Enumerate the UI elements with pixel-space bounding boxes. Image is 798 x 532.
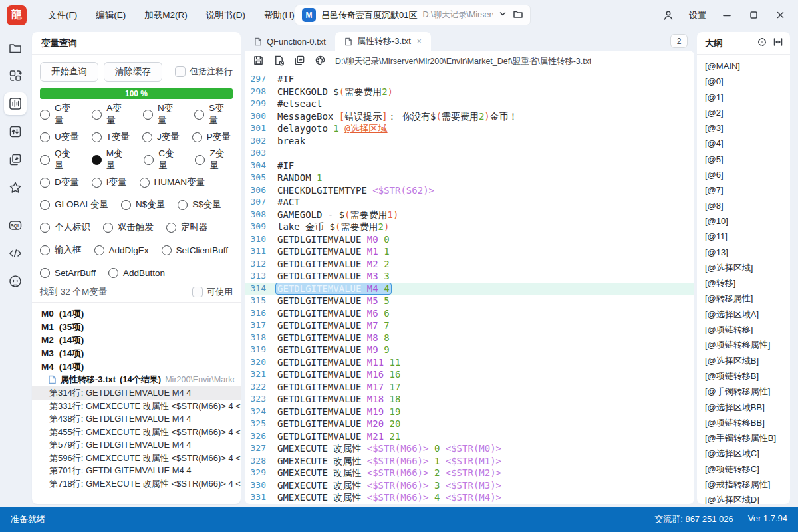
outline-item[interactable]: [@8] (697, 198, 790, 213)
code-line[interactable]: 312GETDLGITEMVALUE M2 2 (245, 258, 694, 271)
radio-option[interactable]: N$变量 (121, 199, 165, 211)
radio-option[interactable]: GLOBAL变量 (40, 199, 108, 211)
outline-item[interactable]: [@项链转移C] (697, 462, 790, 477)
code-line[interactable]: 319GETDLGITEMVALUE M9 9 (245, 344, 694, 356)
radio-option[interactable]: 输入框 (40, 244, 82, 256)
code-line[interactable]: 304#IF (245, 160, 694, 172)
search-result-item[interactable]: 第596行: GMEXECUTE 改属性 <$STR(M66)> 4 <$ (32, 452, 241, 465)
var-summary-item[interactable]: M4(14项) (32, 360, 241, 373)
open-folder-icon[interactable] (513, 9, 523, 22)
locate-crosshair-icon[interactable] (757, 37, 767, 50)
code-line[interactable]: 301delaygoto 1 @选择区域 (245, 122, 694, 135)
code-line[interactable]: 302break (245, 135, 694, 148)
code-line[interactable]: 317GETDLGITEMVALUE M7 7 (245, 319, 694, 332)
radio-option[interactable]: SetArrBuff (40, 268, 96, 278)
outline-item[interactable]: [@选择区域A] (697, 307, 790, 322)
radio-option[interactable]: HUMAN变量 (140, 176, 205, 188)
outline-item[interactable]: [@0] (697, 74, 790, 89)
outline-item[interactable]: [@10] (697, 213, 790, 229)
radio-option[interactable]: AddButton (108, 268, 165, 278)
checkbox-box[interactable] (175, 66, 186, 77)
outline-item[interactable]: [@转移属性] (697, 291, 790, 306)
radio-option[interactable]: SetClientBuff (162, 245, 229, 255)
search-result-item[interactable]: 第455行: GMEXECUTE 改属性 <$STR(M66)> 4 <$ (32, 426, 241, 439)
code-line[interactable]: 298CHECKGOLD $(需要费用2) (245, 86, 694, 98)
outline-item[interactable]: [@戒指转移属性] (697, 477, 790, 492)
code-line[interactable]: 311GETDLGITEMVALUE M1 1 (245, 245, 694, 258)
code-line[interactable]: 318GETDLGITEMVALUE M8 8 (245, 332, 694, 344)
radio-option[interactable]: 双击触发 (103, 221, 154, 233)
code-line[interactable]: 326GETDLGITEMVALUE M21 21 (245, 430, 694, 443)
replace-icon[interactable] (4, 65, 27, 87)
code-line[interactable]: 313GETDLGITEMVALUE M3 3 (245, 270, 694, 283)
outline-item[interactable]: [@手镯转移属性] (697, 384, 790, 399)
radio-option[interactable]: P变量 (192, 131, 231, 143)
radio-option[interactable]: N变量 (143, 102, 182, 126)
var-summary-item[interactable]: M0(14项) (32, 307, 241, 320)
code-line[interactable]: 300MessageBox [错误提示]： 你没有$(需要费用2)金币！ (245, 110, 694, 123)
code-line[interactable]: 328GMEXECUTE 改属性 <$STR(M66)> 1 <$STR(M1)… (245, 455, 694, 467)
code-icon[interactable] (4, 242, 27, 265)
code-line[interactable]: 322GETDLGITEMVALUE M17 17 (245, 381, 694, 394)
code-line[interactable]: 303 (245, 147, 694, 160)
outline-item[interactable]: [@13] (697, 245, 790, 260)
outline-item[interactable]: [@选择区域B] (697, 353, 790, 368)
assistant-robot-icon[interactable] (4, 270, 27, 293)
tab-close-icon[interactable]: × (417, 37, 422, 46)
radio-option[interactable]: Z变量 (195, 148, 233, 172)
code-line[interactable]: 308GAMEGOLD - $(需要费用1) (245, 209, 694, 221)
code-line[interactable]: 323GETDLGITEMVALUE M18 18 (245, 393, 694, 406)
code-line[interactable]: 329GMEXECUTE 改属性 <$STR(M66)> 2 <$STR(M2)… (245, 467, 694, 479)
outline-item[interactable]: [@6] (697, 167, 790, 182)
menu-edit[interactable]: 编辑(E) (86, 5, 135, 25)
code-line[interactable]: 315GETDLGITEMVALUE M5 5 (245, 295, 694, 307)
radio-option[interactable]: D变量 (40, 176, 79, 188)
radio-option[interactable]: T变量 (92, 131, 130, 143)
outline-item[interactable]: [@项链转移属性] (697, 337, 790, 352)
search-result-item[interactable]: 第718行: GMEXECUTE 改属性 <$STR(M66)> 4 <$ (32, 477, 241, 489)
outline-item[interactable]: [@7] (697, 182, 790, 198)
outline-item[interactable]: [@转移] (697, 275, 790, 291)
tab-qfunction[interactable]: QFunction-0.txt (245, 32, 335, 51)
code-line[interactable]: 309take 金币 $(需要费用2) (245, 221, 694, 233)
reload-file-icon[interactable] (273, 55, 285, 68)
outline-item[interactable]: [@选择区域] (697, 260, 790, 275)
maximize-button[interactable] (742, 5, 765, 25)
menu-file[interactable]: 文件(F) (39, 5, 86, 25)
variable-query-icon[interactable] (4, 92, 27, 115)
minimize-button[interactable] (716, 5, 738, 25)
code-line[interactable]: 331GMEXECUTE 改属性 <$STR(M66)> 4 <$STR(M4)… (245, 491, 694, 504)
server-selector[interactable]: M 昌邑传奇壹百度沉默01区 D:\聊天记录\Mirserv (295, 5, 531, 25)
outline-item[interactable]: [@2] (697, 105, 790, 120)
code-line[interactable]: 316GETDLGITEMVALUE M6 6 (245, 307, 694, 320)
outline-item[interactable]: [@选择区域BB] (697, 400, 790, 415)
user-account-icon[interactable] (657, 5, 680, 25)
outline-item[interactable]: [@MAIN] (697, 59, 790, 74)
favorites-star-icon[interactable] (4, 176, 27, 199)
code-line[interactable]: 321GETDLGITEMVALUE M16 16 (245, 368, 694, 381)
code-line[interactable]: 297#IF (245, 73, 694, 86)
outline-item[interactable]: [@5] (697, 152, 790, 167)
code-line[interactable]: 306CHECKDLGITEMTYPE <$STR(S62)> (245, 184, 694, 197)
start-query-button[interactable]: 开始查询 (40, 62, 98, 82)
radio-option[interactable]: S变量 (194, 102, 233, 126)
radio-option[interactable]: AddDlgEx (94, 245, 149, 255)
outline-item[interactable]: [@3] (697, 120, 790, 136)
radio-option[interactable]: U变量 (40, 131, 79, 143)
search-result-item[interactable]: 第701行: GETDLGITEMVALUE M4 4 (32, 464, 241, 477)
code-line[interactable]: 324GETDLGITEMVALUE M19 19 (245, 406, 694, 418)
export-file-icon[interactable] (294, 55, 305, 68)
settings-button[interactable]: 设置 (684, 9, 712, 21)
close-button[interactable] (769, 5, 791, 25)
theme-palette-icon[interactable] (315, 55, 326, 68)
save-icon[interactable] (253, 55, 264, 68)
clear-cache-button[interactable]: 清除缓存 (104, 62, 162, 82)
var-summary-item[interactable]: M2(14项) (32, 333, 241, 346)
radio-option[interactable]: G变量 (40, 102, 79, 126)
result-file-row[interactable]: 属性转移-3.txt (14个结果) Mir200\Envir\Market_D (32, 373, 241, 386)
resize-width-icon[interactable] (773, 37, 783, 50)
code-line[interactable]: 332GMEXECUTE 改属性 <$STR(M66)> 5 <$STR(M5)… (245, 504, 694, 505)
code-line[interactable]: 330GMEXECUTE 改属性 <$STR(M66)> 3 <$STR(M3)… (245, 479, 694, 492)
menu-manual[interactable]: 说明书(D) (197, 5, 255, 25)
code-line[interactable]: 327GMEXECUTE 改属性 <$STR(M66)> 0 <$STR(M0)… (245, 442, 694, 455)
